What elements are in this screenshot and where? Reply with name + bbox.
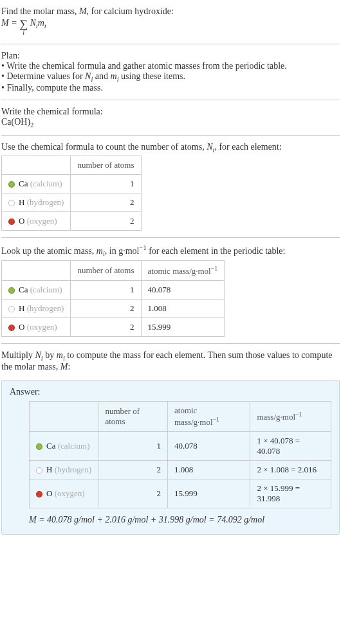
element-cell: H (hydrogen) [2, 300, 71, 318]
element-color-icon [8, 219, 15, 225]
atoms-table: number of atoms Ca (calcium) 1 H (hydrog… [1, 156, 142, 231]
header-mass-text: atomic mass/g·mol [148, 266, 211, 276]
table-row: H (hydrogen) 2 [2, 193, 142, 212]
element-name: (oxygen) [27, 216, 57, 226]
eq-N: N [30, 18, 35, 28]
final-M: M [29, 515, 37, 524]
table-row: O (oxygen) 2 15.999 2 × 15.999 = 31.998 [30, 479, 331, 508]
atomic-mass: 1.008 [168, 461, 250, 479]
plan-bullet-2: • Determine values for Ni and mi using t… [1, 71, 340, 83]
table-row: Ca (calcium) 1 40.078 [2, 281, 225, 300]
element-symbol: O [19, 216, 24, 226]
atom-count: 1 [98, 432, 168, 461]
mass-calc: 2 × 15.999 = 31.998 [250, 479, 331, 508]
header-mass-exp: −1 [295, 411, 302, 418]
sigma-icon: ∑ [19, 18, 28, 30]
atom-count: 2 [71, 318, 141, 337]
table-header-row: number of atoms [2, 156, 142, 175]
element-symbol: H [46, 465, 52, 474]
molar-mass-equation: M = ∑i Nimi [1, 17, 340, 37]
element-symbol: O [19, 322, 24, 332]
var-M: M [79, 6, 87, 16]
answer-box: Answer: number of atoms atomic mass/g·mo… [1, 380, 340, 535]
multiply-m: m [57, 350, 63, 360]
multiply-pre: Multiply [1, 350, 35, 360]
header-atomic-mass: atomic mass/g·mol−1 [168, 401, 250, 431]
lookup-title-mid: , in g·mol [105, 246, 140, 256]
count-title-N: N [207, 142, 212, 152]
table-row: Ca (calcium) 1 40.078 1 × 40.078 = 40.07… [30, 432, 331, 461]
table-row: Ca (calcium) 1 [2, 175, 142, 193]
table-header-row: number of atoms atomic mass/g·mol−1 [2, 260, 225, 280]
intro-section: Find the molar mass, M, for calcium hydr… [1, 3, 340, 41]
multiply-N: N [35, 350, 41, 360]
atomic-mass: 40.078 [168, 432, 250, 461]
element-cell: Ca (calcium) [2, 281, 71, 300]
element-name: (calcium) [58, 441, 90, 451]
plan-b2-m: m [111, 71, 117, 81]
formula-main: Ca(OH) [1, 117, 30, 127]
multiply-end: : [68, 362, 70, 371]
element-symbol: O [46, 488, 52, 498]
atomic-mass: 15.999 [141, 318, 225, 337]
header-amass-text: atomic mass/g·mol [174, 406, 213, 427]
write-formula-title: Write the chemical formula: [1, 107, 340, 117]
element-name: (oxygen) [55, 488, 85, 498]
formula-sub: 2 [30, 121, 33, 129]
lookup-title-exp: −1 [139, 244, 146, 251]
plan-b2-and: and [93, 71, 110, 81]
plan-b2-pre: • Determine values for [1, 71, 85, 81]
element-cell: Ca (calcium) [2, 175, 71, 193]
divider [1, 44, 340, 44]
element-color-icon [36, 491, 42, 497]
header-num-atoms: number of atoms [71, 156, 141, 175]
table-row: O (oxygen) 2 [2, 212, 142, 231]
plan-bullet-3: • Finally, compute the mass. [1, 83, 340, 93]
element-cell: H (hydrogen) [2, 193, 71, 212]
atom-count: 2 [98, 461, 168, 479]
divider [1, 135, 340, 136]
plan-title: Plan: [1, 51, 340, 61]
atomic-mass: 15.999 [168, 479, 250, 508]
element-color-icon [8, 181, 15, 188]
chemical-formula: Ca(OH)2 [1, 117, 340, 129]
element-cell: O (oxygen) [2, 212, 71, 231]
element-color-icon [8, 306, 15, 312]
sum-index: i [19, 30, 28, 36]
atomic-mass: 1.008 [141, 300, 225, 318]
element-symbol: H [19, 197, 24, 207]
element-color-icon [8, 200, 15, 206]
final-rest: = 40.078 g/mol + 2.016 g/mol + 31.998 g/… [37, 515, 264, 524]
lookup-title-post: for each element in the periodic table: [147, 246, 286, 256]
element-symbol: Ca [46, 441, 55, 451]
atom-count: 2 [98, 479, 168, 508]
intro-text-post: , for calcium hydroxide: [87, 6, 174, 16]
count-title-post: , for each element: [214, 142, 281, 152]
element-cell: H (hydrogen) [30, 461, 98, 479]
mass-calc: 1 × 40.078 = 40.078 [250, 432, 331, 461]
atom-count: 1 [71, 281, 141, 300]
element-name: (oxygen) [27, 322, 57, 332]
element-color-icon [8, 287, 15, 294]
sum-symbol: ∑i [19, 18, 28, 36]
final-equation: M = 40.078 g/mol + 2.016 g/mol + 31.998 … [29, 515, 331, 525]
element-cell: Ca (calcium) [30, 432, 98, 461]
count-title-pre: Use the chemical formula to count the nu… [1, 142, 207, 152]
header-mass-text: mass/g·mol [257, 412, 295, 422]
answer-table: number of atoms atomic mass/g·mol−1 mass… [29, 401, 331, 508]
count-title: Use the chemical formula to count the nu… [1, 142, 340, 154]
divider [1, 237, 340, 238]
header-blank [2, 260, 71, 280]
lookup-title-pre: Look up the atomic mass, [1, 246, 97, 256]
element-color-icon [36, 443, 42, 450]
atom-count: 2 [71, 300, 141, 318]
lookup-title-m: m [97, 246, 103, 256]
eq-m: m [38, 18, 44, 28]
header-num-atoms: number of atoms [98, 401, 168, 431]
eq-equals: = [9, 18, 19, 28]
intro-text: Find the molar mass, [1, 6, 79, 16]
intro-line: Find the molar mass, M, for calcium hydr… [1, 6, 340, 17]
element-name: (hydrogen) [27, 197, 64, 207]
mass-calc: 2 × 1.008 = 2.016 [250, 461, 331, 479]
header-mass: mass/g·mol−1 [250, 401, 331, 431]
